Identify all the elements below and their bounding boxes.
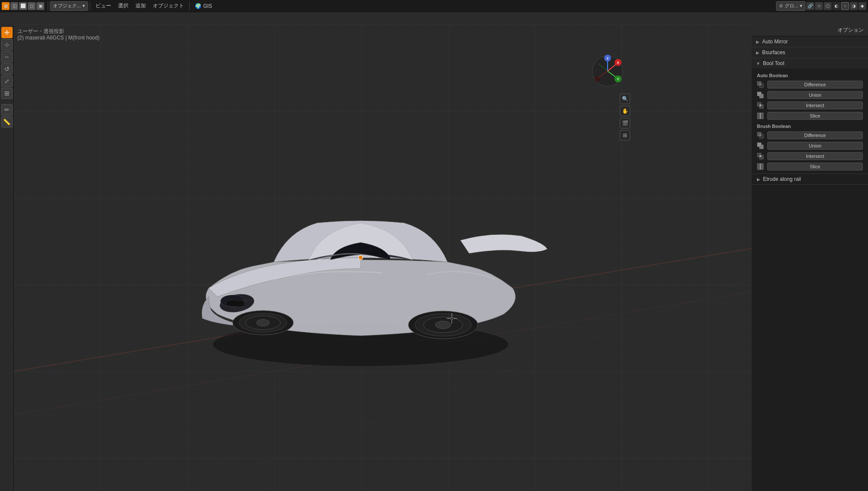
brush-intersect-btn[interactable]: Intersect xyxy=(752,151,868,161)
brush-intersect-label[interactable]: Intersect xyxy=(767,152,863,160)
brush-union-btn[interactable]: Union xyxy=(752,141,868,151)
chevron-down-icon: ▾ xyxy=(82,3,85,9)
grid-icon[interactable]: ⊹ xyxy=(815,2,823,10)
axis-gizmo[interactable]: Z X Y xyxy=(590,54,625,88)
brush-intersect-icon xyxy=(757,153,764,160)
auto-difference-label[interactable]: Difference xyxy=(767,81,863,88)
add-menu[interactable]: 追加 xyxy=(132,0,149,12)
brush-difference-label[interactable]: Difference xyxy=(767,131,863,139)
etrude-section: ▶ Etrude along rail xyxy=(752,174,868,185)
select-menu[interactable]: 選択 xyxy=(115,0,132,12)
viewport-side-icons: 🔍 ✋ 🎬 ⊞ xyxy=(620,94,630,141)
select-tool[interactable]: ⊹ xyxy=(1,39,13,50)
gis-menu[interactable]: 🌍 GIS xyxy=(191,0,216,12)
brush-slice-label[interactable]: Slice xyxy=(767,163,863,170)
brush-slice-icon xyxy=(757,163,764,170)
auto-difference-btn[interactable]: Difference xyxy=(752,79,868,90)
svg-text:Z: Z xyxy=(607,56,609,60)
top-menubar: ▦ ◫ ⬜ ◻ ▣ オブジェク... ▾ ビュー 選択 追加 オブジェクト 🌍 … xyxy=(0,0,868,12)
svg-point-18 xyxy=(256,319,270,326)
bool-tool-label: Bool Tool xyxy=(763,60,784,66)
magnet-icon[interactable]: 🔗 xyxy=(806,2,814,10)
auto-union-btn[interactable]: Union xyxy=(752,90,868,100)
right-toolbar-icons: ⚙ グロ... ▾ 🔗 ⊹ ⬡ ◐ ○ ◑ ◆ xyxy=(774,1,868,11)
bsurfaces-header[interactable]: ▶ Bsurfaces xyxy=(752,47,868,58)
brush-union-label[interactable]: Union xyxy=(767,142,863,150)
measure-tool[interactable]: 📏 xyxy=(1,116,13,128)
auto-difference-icon xyxy=(757,81,764,88)
mode-dropdown[interactable]: オブジェク... ▾ xyxy=(50,1,88,11)
object-menu[interactable]: オブジェクト xyxy=(149,0,187,12)
shading-icon-1[interactable]: ◐ xyxy=(832,2,840,10)
svg-rect-47 xyxy=(760,94,763,98)
shading-icon-4[interactable]: ◆ xyxy=(858,2,866,10)
mode-icon-1[interactable]: ▦ xyxy=(2,2,10,10)
car-3d-model xyxy=(165,132,556,383)
options-button[interactable]: オプション xyxy=(838,26,864,34)
global-dropdown[interactable]: ⚙ グロ... ▾ xyxy=(776,1,806,11)
svg-rect-50 xyxy=(760,105,761,106)
auto-slice-btn[interactable]: Slice xyxy=(752,111,868,121)
shading-icon-2[interactable]: ○ xyxy=(841,2,849,10)
overlay-icon[interactable]: ⬡ xyxy=(824,2,832,10)
svg-point-24 xyxy=(358,255,363,260)
mode-icon-3[interactable]: ⬜ xyxy=(19,2,27,10)
auto-union-icon xyxy=(757,92,764,98)
bool-tool-arrow: ▼ xyxy=(756,61,760,66)
svg-rect-57 xyxy=(760,145,763,149)
auto-mirror-header[interactable]: ▶ Auto Mirror xyxy=(752,36,868,47)
shading-icon-3[interactable]: ◑ xyxy=(850,2,858,10)
sep-2 xyxy=(90,2,90,10)
annotate-tool[interactable]: ✏ xyxy=(1,104,13,115)
auto-intersect-btn[interactable]: Intersect xyxy=(752,100,868,111)
auto-boolean-label: Auto Boolean xyxy=(752,70,868,79)
auto-slice-label[interactable]: Slice xyxy=(767,112,863,120)
svg-rect-55 xyxy=(760,134,761,136)
rotate-tool[interactable]: ↺ xyxy=(1,63,13,75)
svg-rect-60 xyxy=(760,155,761,157)
etrude-header[interactable]: ▶ Etrude along rail xyxy=(752,174,868,184)
view-menu[interactable]: ビュー xyxy=(92,0,115,12)
auto-mirror-section: ▶ Auto Mirror xyxy=(752,36,868,47)
auto-union-label[interactable]: Union xyxy=(767,91,863,99)
auto-mirror-arrow: ▶ xyxy=(756,39,760,44)
brush-difference-btn[interactable]: Difference xyxy=(752,130,868,141)
bsurfaces-arrow: ▶ xyxy=(756,50,760,55)
sep-3 xyxy=(189,2,190,10)
svg-rect-45 xyxy=(760,84,761,85)
svg-point-22 xyxy=(435,321,451,329)
brush-union-icon xyxy=(757,142,764,149)
bsurfaces-label: Bsurfaces xyxy=(762,49,785,56)
svg-text:X: X xyxy=(617,61,619,65)
bool-tool-header[interactable]: ▼ Bool Tool xyxy=(752,58,868,69)
auto-intersect-label[interactable]: Intersect xyxy=(767,101,863,109)
svg-text:Y: Y xyxy=(617,77,619,81)
brush-slice-btn[interactable]: Slice xyxy=(752,161,868,172)
grid-toggle-icon[interactable]: ⊞ xyxy=(620,130,630,141)
auto-intersect-icon xyxy=(757,102,764,109)
zoom-in-icon[interactable]: 🔍 xyxy=(620,94,630,104)
svg-point-41 xyxy=(595,76,600,82)
bsurfaces-section: ▶ Bsurfaces xyxy=(752,47,868,58)
transform-tool[interactable]: ⊞ xyxy=(1,88,13,99)
brush-difference-icon xyxy=(757,132,764,139)
options-area: オプション xyxy=(752,24,868,36)
etrude-arrow: ▶ xyxy=(757,177,760,182)
move-tool[interactable]: ↔ xyxy=(1,51,13,62)
chevron-down-icon-2: ▾ xyxy=(800,3,802,9)
camera-icon[interactable]: 🎬 xyxy=(620,118,630,128)
cursor-tool[interactable]: ✛ xyxy=(1,27,13,38)
right-panel: ▶ Auto Mirror ▶ Bsurfaces ▼ Bool Tool Au… xyxy=(752,36,868,491)
sep-1 xyxy=(48,2,48,10)
mode-icon-4[interactable]: ◻ xyxy=(28,2,36,10)
mode-icon-2[interactable]: ◫ xyxy=(10,2,18,10)
brush-boolean-label: Brush Boolean xyxy=(752,121,868,130)
auto-mirror-label: Auto Mirror xyxy=(762,39,788,45)
scale-tool[interactable]: ⤢ xyxy=(1,75,13,87)
hand-tool-icon[interactable]: ✋ xyxy=(620,106,630,116)
mode-icon-5[interactable]: ▣ xyxy=(36,2,44,10)
auto-slice-icon xyxy=(757,112,764,119)
etrude-label: Etrude along rail xyxy=(763,176,801,182)
viewport[interactable]: ユーザー・透視投影 (2) maserati A6GCS | M(front h… xyxy=(14,24,752,491)
mode-icons: ▦ ◫ ⬜ ◻ ▣ xyxy=(0,2,46,10)
